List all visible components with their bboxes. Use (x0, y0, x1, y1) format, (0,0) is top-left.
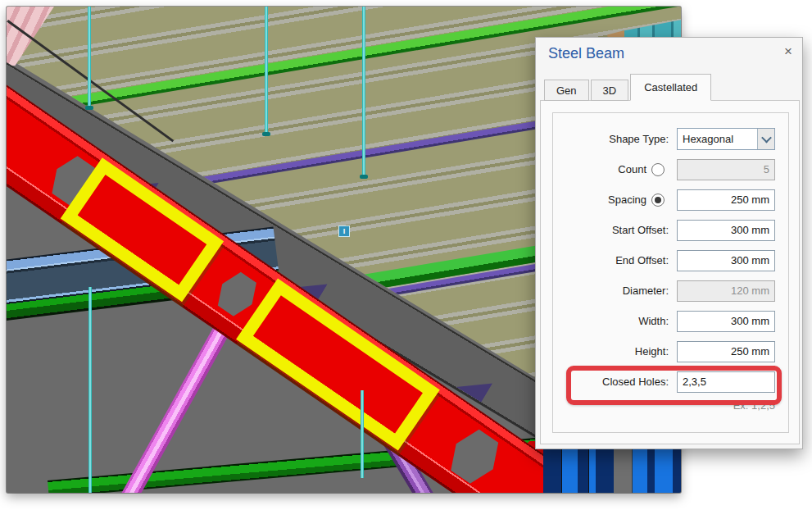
start-offset-input[interactable] (677, 220, 775, 241)
count-row: Count (560, 154, 775, 184)
hanger-rod (88, 287, 92, 493)
closed-holes-label: Closed Holes: (560, 376, 669, 388)
blue-columns (543, 445, 681, 493)
end-offset-row: End Offset: (560, 245, 775, 275)
steel-beam-dialog: Steel Beam × Gen 3D Castellated Shape Ty… (535, 37, 803, 449)
height-input[interactable] (677, 341, 775, 362)
tab-castellated[interactable]: Castellated (630, 74, 711, 101)
castellated-tab-panel: Shape Type: Hexagonal Count Spacing (540, 100, 800, 444)
info-tag-marker: I (338, 225, 350, 237)
dialog-title: Steel Beam (548, 45, 624, 62)
height-label: Height: (560, 345, 669, 357)
tab-gen[interactable]: Gen (544, 80, 589, 101)
close-icon[interactable]: × (784, 44, 792, 58)
closed-holes-row: Closed Holes: (560, 367, 775, 397)
app-window: I Steel Beam × Gen 3D Castellated Shape … (0, 0, 812, 510)
hanger-rod (265, 7, 268, 133)
castellated-groupbox: Shape Type: Hexagonal Count Spacing (552, 112, 789, 433)
example-note: Ex: 1,2,5 (560, 399, 775, 412)
shape-type-dropdown[interactable]: Hexagonal (677, 128, 775, 150)
width-row: Width: (560, 306, 775, 336)
spacing-label: Spacing (560, 194, 646, 206)
chevron-down-icon[interactable] (757, 129, 774, 149)
rod-cap (360, 175, 368, 179)
hex-hole-3 (438, 420, 510, 493)
hanger-rod (362, 7, 365, 175)
width-input[interactable] (677, 311, 775, 332)
rod-cap (85, 106, 93, 110)
tab-3d[interactable]: 3D (591, 80, 629, 101)
count-input (677, 159, 775, 180)
spacing-row: Spacing (560, 184, 775, 215)
count-radio[interactable] (651, 163, 665, 176)
height-row: Height: (560, 336, 775, 367)
tab-strip: Gen 3D Castellated (544, 74, 711, 101)
start-offset-row: Start Offset: (560, 215, 775, 245)
shape-type-row: Shape Type: Hexagonal (560, 124, 775, 154)
shape-type-label: Shape Type: (560, 133, 669, 145)
diameter-row: Diameter: (560, 275, 775, 306)
start-offset-label: Start Offset: (560, 224, 669, 236)
hanger-rod (88, 7, 91, 107)
width-label: Width: (560, 315, 669, 327)
spacing-radio[interactable] (651, 194, 665, 207)
diameter-label: Diameter: (560, 285, 669, 297)
end-offset-label: End Offset: (560, 254, 669, 266)
diameter-input (677, 280, 775, 302)
end-offset-input[interactable] (677, 250, 775, 271)
hanger-rod (361, 390, 364, 478)
closed-holes-input[interactable] (677, 371, 775, 393)
count-label: Count (560, 163, 646, 175)
shape-type-value: Hexagonal (678, 133, 757, 145)
spacing-input[interactable] (677, 189, 775, 211)
rod-cap (262, 132, 270, 136)
